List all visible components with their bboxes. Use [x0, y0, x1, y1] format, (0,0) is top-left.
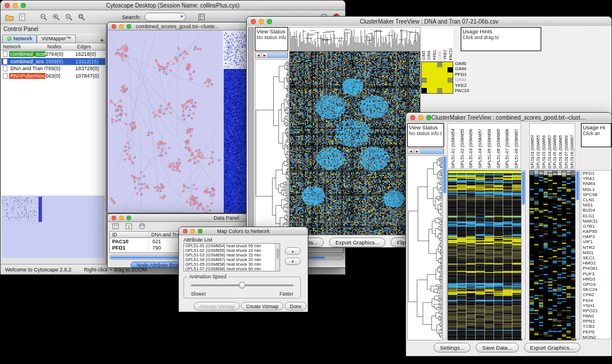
scrollbar-thumb[interactable] [443, 156, 446, 193]
window-title: ClusterMaker TreeView : combined_scores_… [406, 114, 611, 121]
slider-thumb[interactable] [239, 282, 246, 289]
scrollbar-thumb[interactable] [576, 171, 579, 200]
dendrogram-scrollbar[interactable]: ◀ ▶ [407, 148, 444, 154]
close-button[interactable] [183, 229, 188, 233]
network-canvas[interactable] [108, 30, 247, 213]
zoom-button[interactable] [198, 229, 202, 233]
zoom-button[interactable] [21, 3, 26, 8]
correlation-matrix[interactable] [421, 62, 453, 94]
import-icon[interactable] [16, 12, 28, 22]
minimize-button[interactable] [259, 19, 264, 24]
scrollbar-thumb[interactable] [522, 171, 525, 205]
zoom-in-icon[interactable] [51, 12, 62, 22]
scroll-left-icon[interactable]: ◀ [255, 53, 262, 58]
attribute-item[interactable]: GPL51-01 (GSM854) heat shock 05 min [184, 244, 280, 248]
column-dendrogram-canvas[interactable] [289, 27, 420, 51]
attribute-item[interactable]: GPL51-04 (GSM857) heat shock 20 min [184, 258, 280, 262]
network-list-row[interactable]: RNAPuberNov2563(0)107847(0) [1, 72, 105, 80]
select-attributes-icon[interactable] [110, 222, 121, 232]
zoom-selected-icon[interactable] [63, 12, 75, 22]
export-graphics-button[interactable]: Export Graphics... [329, 237, 385, 247]
selected-heatmap-vscrollbar[interactable] [575, 170, 580, 339]
global-tree-strip[interactable] [248, 27, 254, 234]
close-button[interactable] [5, 3, 10, 8]
heatmap-vscrollbar[interactable] [521, 170, 526, 339]
close-button[interactable] [251, 19, 256, 24]
matrix-cell [432, 67, 437, 72]
attribute-item[interactable]: GPL51-02 (GSM855) heat shock 10 min [184, 248, 280, 253]
scroll-right-icon[interactable]: ▶ [414, 149, 420, 154]
search-label: Search: [122, 14, 141, 20]
column-header-nodes[interactable]: Nodes [45, 44, 75, 50]
titlebar[interactable]: ClusterMaker TreeView : combined_scores_… [406, 113, 611, 122]
export-graphics-button[interactable]: Export Graphics... [524, 343, 580, 352]
list-scrollbar[interactable] [275, 244, 280, 271]
network-list-row[interactable]: combined_scores2764(0)16218(0) [1, 51, 105, 58]
titlebar[interactable]: Cytoscape Desktop (Session Name: collins… [1, 1, 345, 10]
heatmap-canvas[interactable] [289, 51, 420, 235]
search-input[interactable] [144, 13, 186, 21]
save-data-button[interactable]: Save Data... [476, 343, 518, 352]
network-list-row[interactable]: DNA and Tran 07769(0)183728(0) [1, 65, 105, 72]
attribute-item[interactable]: GPL51-05 (GSM858) heat shock 30 min [184, 262, 280, 267]
tab-network[interactable]: Network [2, 35, 37, 43]
animate-vizmap-button[interactable]: Animate Vizmap [194, 302, 240, 311]
move-up-button[interactable]: ▲ [285, 247, 301, 255]
minimize-button[interactable] [13, 3, 18, 8]
zoom-button[interactable] [267, 19, 272, 24]
annotation-icon[interactable] [196, 12, 208, 22]
gene-label: MAK31 [582, 219, 611, 224]
gene-label: PEP5 [582, 329, 611, 335]
dendrogram-scrollbar[interactable]: ◀ ▶ [255, 52, 288, 58]
tab-scroll-right-icon[interactable]: ▶ [101, 38, 104, 43]
column-header-edges[interactable]: Edges [75, 44, 105, 50]
titlebar[interactable]: combined_scores_good.txt--cluste... [108, 22, 247, 30]
minimize-button[interactable] [190, 229, 195, 233]
window-title: ClusterMaker TreeView : DNA and Tran 07-… [247, 18, 611, 25]
control-panel-tabs: Network VizMapper™ ▶ [1, 33, 106, 43]
tab-vizmapper[interactable]: VizMapper™ [37, 35, 76, 43]
zoom-button[interactable] [426, 115, 431, 120]
gene-label: PUF3 [582, 271, 611, 277]
minimize-button[interactable] [119, 24, 124, 29]
zoom-button[interactable] [127, 24, 131, 29]
zoom-button[interactable] [127, 216, 131, 220]
selected-heatmap-canvas[interactable] [529, 170, 576, 340]
create-vizmap-button[interactable]: Create Vizmap [241, 302, 284, 311]
dendrogram-vscrollbar[interactable] [442, 155, 447, 339]
column-label: GPL51-01 (GSM854 [530, 124, 536, 168]
heatmap-canvas[interactable] [447, 170, 522, 340]
attribute-item[interactable]: GPL51-07 (GSM868) heat shock 60 min [184, 267, 280, 271]
minimize-button[interactable] [418, 115, 423, 120]
zoom-out-icon[interactable] [38, 12, 49, 22]
scrollbar-track[interactable] [420, 149, 443, 154]
network-list-row[interactable]: combined_sco2569(6)13112(15) [1, 58, 105, 66]
settings-button[interactable]: Settings... [434, 343, 471, 352]
zoom-fit-icon[interactable] [76, 12, 87, 22]
open-file-icon[interactable] [3, 12, 15, 22]
row-dendrogram-canvas[interactable] [255, 59, 289, 235]
close-button[interactable] [112, 24, 116, 29]
done-button[interactable]: Done [285, 302, 307, 311]
create-attribute-icon[interactable] [123, 222, 135, 232]
gene-label: MSI1 [582, 250, 611, 255]
attribute-item[interactable]: GPL51-03 (GSM856) heat shock 15 min [184, 253, 280, 258]
scrollbar-thumb[interactable] [276, 248, 279, 259]
minimize-button[interactable] [119, 216, 124, 220]
scrollbar-track[interactable] [268, 53, 288, 58]
gene-list[interactable]: PFD1YRA1RNR4MSL1SPC98CLN1NIS1BUD4ELG1MAK… [581, 170, 611, 339]
matrix-cell [437, 83, 442, 88]
column-header-network[interactable]: Network [1, 44, 45, 50]
close-button[interactable] [410, 115, 415, 120]
scroll-right-icon[interactable]: ▶ [262, 53, 268, 58]
close-button[interactable] [112, 216, 116, 220]
scroll-left-icon[interactable]: ◀ [408, 149, 414, 154]
row-dendrogram-canvas[interactable] [407, 155, 443, 340]
attribute-batch-icon[interactable] [136, 222, 148, 232]
column-header-id[interactable]: ID [110, 232, 149, 237]
network-overview-canvas[interactable] [2, 196, 104, 258]
titlebar[interactable]: ClusterMaker TreeView : DNA and Tran 07-… [247, 17, 611, 26]
titlebar[interactable]: Map Colors to Network [179, 227, 308, 235]
control-panel-title: Control Panel [1, 24, 106, 33]
move-down-button[interactable]: ▼ [285, 258, 301, 265]
